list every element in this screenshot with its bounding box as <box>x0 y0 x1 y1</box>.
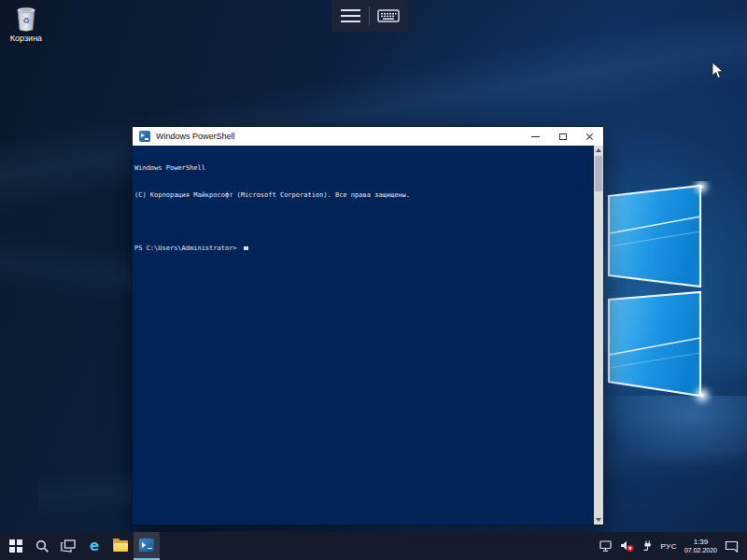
search-button[interactable] <box>29 532 55 560</box>
clock[interactable]: 1:39 07.02.2020 <box>684 538 717 554</box>
hamburger-icon <box>341 9 360 22</box>
task-view-button[interactable] <box>55 532 81 560</box>
powershell-taskbar-icon <box>139 539 154 552</box>
file-explorer-button[interactable] <box>107 532 134 560</box>
desktop: ♻ Корзина Windows PowerShell <box>0 0 747 560</box>
keyboard-icon <box>377 8 400 23</box>
minimize-button[interactable] <box>522 127 549 146</box>
recycle-bin-icon: ♻ <box>14 5 38 33</box>
clock-time: 1:39 <box>684 538 717 546</box>
internet-explorer-icon: e <box>90 539 99 553</box>
console-prompt-line: PS C:\Users\Administrator> <box>134 245 590 254</box>
window-controls <box>522 127 603 146</box>
network-status-button[interactable] <box>599 540 613 553</box>
mouse-cursor <box>712 62 724 79</box>
console-line: Windows PowerShell <box>134 164 590 174</box>
minimize-icon <box>531 136 540 137</box>
scrollbar-thumb[interactable] <box>595 156 602 191</box>
close-icon <box>585 133 594 141</box>
virtual-keyboard-button[interactable] <box>370 0 407 32</box>
maximize-button[interactable] <box>549 127 576 146</box>
recycle-bin-shortcut[interactable]: ♻ Корзина <box>2 5 50 43</box>
task-view-icon <box>61 539 76 553</box>
system-tray: РУС 1:39 07.02.2020 <box>599 532 747 560</box>
taskbar: e <box>0 532 747 560</box>
scroll-down-icon <box>596 518 601 522</box>
usb-plug-icon <box>641 540 653 553</box>
console-output[interactable]: Windows PowerShell (C) Корпорация Майкро… <box>133 146 603 525</box>
close-button[interactable] <box>576 127 603 146</box>
vm-console-toolbar <box>331 0 408 32</box>
internet-explorer-button[interactable]: e <box>81 532 107 560</box>
wallpaper-floor-glow <box>588 396 747 470</box>
search-icon <box>35 539 49 553</box>
scroll-down-button[interactable] <box>594 515 603 525</box>
recycle-bin-label: Корзина <box>2 34 50 43</box>
scroll-up-icon <box>596 148 601 152</box>
windows-start-icon <box>9 539 22 553</box>
safely-remove-hardware-button[interactable] <box>641 540 653 553</box>
console-scrollbar[interactable] <box>594 146 603 525</box>
window-title: Windows PowerShell <box>156 132 235 141</box>
taskbar-buttons: e <box>3 532 160 560</box>
windows-logo-wallpaper <box>605 181 715 409</box>
powershell-window: Windows PowerShell Windows PowerShell (C… <box>132 126 604 525</box>
language-indicator[interactable]: РУС <box>660 542 677 551</box>
powershell-icon <box>139 131 150 142</box>
action-center-button[interactable] <box>725 540 739 553</box>
network-icon <box>599 540 613 553</box>
powershell-taskbar-button[interactable] <box>134 532 160 560</box>
menu-button[interactable] <box>331 0 369 32</box>
scroll-up-button[interactable] <box>594 146 603 155</box>
console-line: (C) Корпорация Майкрософт (Microsoft Cor… <box>134 191 590 201</box>
window-titlebar[interactable]: Windows PowerShell <box>133 127 603 146</box>
start-button[interactable] <box>3 532 29 560</box>
console-prompt: PS C:\Users\Administrator> <box>134 245 241 252</box>
file-explorer-icon <box>113 540 128 552</box>
clock-date: 07.02.2020 <box>684 546 717 554</box>
text-cursor <box>244 246 248 250</box>
svg-text:♻: ♻ <box>22 16 30 25</box>
console-line-blank <box>134 217 590 227</box>
action-center-icon <box>725 540 739 553</box>
volume-muted-icon <box>620 540 634 553</box>
maximize-icon <box>559 133 567 140</box>
volume-muted-button[interactable] <box>620 540 634 553</box>
